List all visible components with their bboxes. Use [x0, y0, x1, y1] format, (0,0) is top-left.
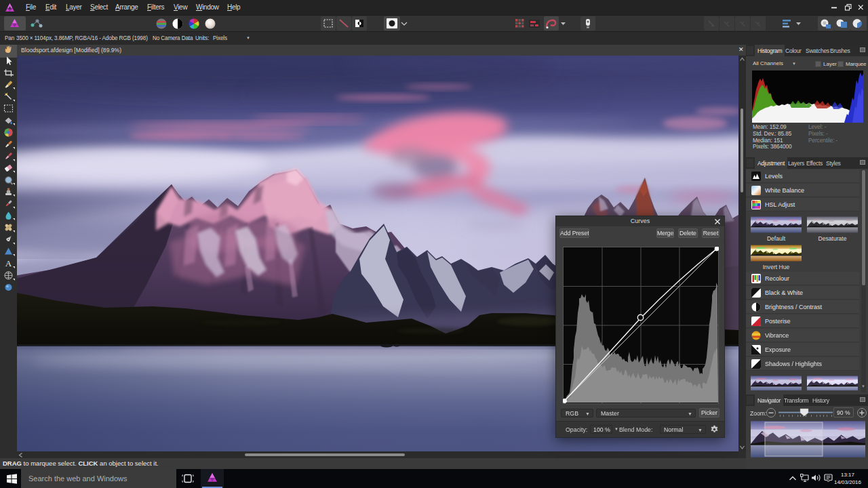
svg-text:A: A [5, 258, 12, 268]
